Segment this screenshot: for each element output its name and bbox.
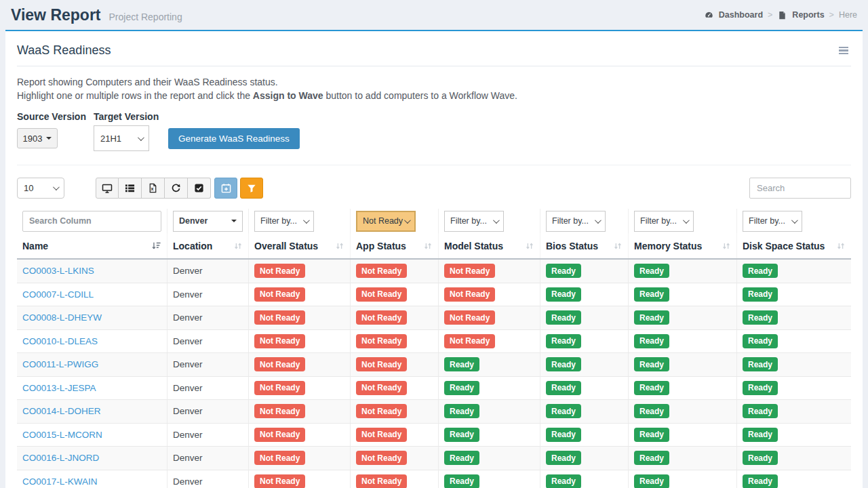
- model-status-badge: Ready: [444, 451, 479, 465]
- panel-menu-icon[interactable]: [836, 44, 851, 58]
- memory-status-badge: Ready: [634, 264, 669, 278]
- dashboard-icon: [704, 10, 714, 20]
- table-row[interactable]: CO0014-L-DOHER Denver Not Ready Not Read…: [17, 400, 851, 424]
- overall-status-filter-select[interactable]: Filter by...: [254, 211, 314, 232]
- table-row[interactable]: CO0010-L-DLEAS Denver Not Ready Not Read…: [17, 330, 851, 354]
- select-all-button[interactable]: [188, 178, 211, 199]
- col-header-disk-space-status[interactable]: Disk Space Status: [737, 233, 851, 258]
- table-row[interactable]: CO0017-L-KWAIN Denver Not Ready Not Read…: [17, 470, 851, 488]
- model-status-badge: Not Ready: [444, 310, 495, 325]
- computer-name-link[interactable]: CO0014-L-DOHER: [22, 406, 101, 416]
- assign-to-wave-button[interactable]: [214, 178, 237, 199]
- sort-icon[interactable]: [525, 241, 534, 251]
- table-body: CO0003-L-LKINS Denver Not Ready Not Read…: [17, 260, 851, 488]
- refresh-icon: [171, 183, 181, 193]
- sort-icon[interactable]: [335, 241, 344, 251]
- source-version-dropdown[interactable]: 1903: [17, 128, 58, 148]
- table-row[interactable]: CO0015-L-MCORN Denver Not Ready Not Read…: [17, 424, 851, 447]
- section-divider: [17, 165, 851, 165]
- col-header-overall-status[interactable]: Overall Status: [249, 233, 351, 258]
- table-toolbar: 10 x: [17, 178, 851, 199]
- chevron-down-icon: [493, 217, 500, 224]
- breadcrumb-dashboard[interactable]: Dashboard: [719, 10, 763, 20]
- table-row[interactable]: CO0013-L-JESPA Denver Not Ready Not Read…: [17, 377, 851, 401]
- excel-export-icon: x: [148, 183, 158, 193]
- display-columns-button[interactable]: [96, 178, 119, 199]
- table-row[interactable]: CO0016-L-JNORD Denver Not Ready Not Read…: [17, 447, 851, 470]
- bios-status-badge: Ready: [546, 474, 581, 488]
- col-header-name[interactable]: Name: [17, 233, 167, 258]
- col-header-app-status[interactable]: App Status: [351, 233, 439, 258]
- app-status-badge: Not Ready: [356, 404, 407, 418]
- computer-name-link[interactable]: CO0003-L-LKINS: [22, 266, 94, 276]
- col-header-memory-status[interactable]: Memory Status: [629, 233, 737, 258]
- computer-name-link[interactable]: CO0017-L-KWAIN: [22, 476, 98, 487]
- disk-space-status-badge: Ready: [743, 310, 778, 325]
- memory-status-badge: Ready: [634, 287, 669, 302]
- panel-title: WaaS Readiness: [17, 43, 111, 58]
- page-title: View Report: [11, 6, 101, 24]
- list-view-button[interactable]: [119, 178, 142, 199]
- disk-space-status-filter-select[interactable]: Filter by...: [743, 211, 802, 232]
- location-filter-select[interactable]: Denver: [173, 211, 243, 232]
- svg-text:x: x: [151, 186, 154, 191]
- location-value: Denver: [173, 406, 203, 416]
- chevron-down-icon: [53, 184, 60, 190]
- table-header-row: Name Location Overall Status App Status …: [17, 233, 851, 260]
- sort-icon[interactable]: [613, 241, 623, 251]
- list-icon: [125, 183, 135, 193]
- computer-name-link[interactable]: CO0015-L-MCORN: [22, 430, 102, 440]
- col-header-location[interactable]: Location: [167, 233, 249, 258]
- bios-status-filter-select[interactable]: Filter by...: [546, 211, 606, 232]
- computer-name-link[interactable]: CO0013-L-JESPA: [22, 383, 96, 393]
- sort-icon[interactable]: [233, 241, 243, 251]
- bios-status-badge: Ready: [546, 334, 581, 348]
- computer-name-link[interactable]: CO0008-L-DHEYW: [22, 312, 102, 323]
- bios-status-badge: Ready: [546, 428, 581, 442]
- refresh-button[interactable]: [165, 178, 188, 199]
- target-version-select[interactable]: 21H1: [94, 125, 149, 151]
- computer-name-link[interactable]: CO0010-L-DLEAS: [22, 336, 98, 346]
- caret-down-icon: [231, 220, 237, 222]
- disk-space-status-badge: Ready: [743, 264, 778, 278]
- breadcrumb-reports[interactable]: Reports: [792, 10, 824, 20]
- top-bar: View Report Project Reporting Dashboard …: [0, 0, 868, 30]
- app-status-filter-select[interactable]: Not Ready: [356, 211, 416, 232]
- table-row[interactable]: CO0008-L-DHEYW Denver Not Ready Not Read…: [17, 306, 851, 330]
- table-row[interactable]: CO0011-L-PWIGG Denver Not Ready Not Read…: [17, 353, 851, 377]
- breadcrumb: Dashboard > Reports > Here: [704, 10, 857, 20]
- overall-status-badge: Not Ready: [254, 404, 305, 418]
- computer-name-link[interactable]: CO0016-L-JNORD: [22, 453, 99, 463]
- disk-space-status-badge: Ready: [743, 334, 778, 348]
- sort-amount-desc-icon[interactable]: [151, 241, 161, 251]
- col-header-model-status[interactable]: Model Status: [439, 233, 540, 258]
- memory-status-badge: Ready: [634, 428, 669, 442]
- table-row[interactable]: CO0007-L-CDILL Denver Not Ready Not Read…: [17, 283, 851, 307]
- bios-status-badge: Ready: [546, 357, 581, 371]
- assign-to-wave-text: Assign to Wave: [253, 90, 323, 101]
- page-size-select[interactable]: 10: [17, 178, 64, 199]
- sort-icon[interactable]: [722, 241, 731, 251]
- sort-icon[interactable]: [836, 241, 846, 251]
- computer-name-link[interactable]: CO0011-L-PWIGG: [22, 359, 98, 369]
- toolbar-button-group: x: [96, 178, 263, 199]
- table-search-input[interactable]: [749, 178, 851, 199]
- name-column-search-input[interactable]: [22, 211, 161, 232]
- export-excel-button[interactable]: x: [142, 178, 165, 199]
- sort-icon[interactable]: [423, 241, 433, 251]
- memory-status-badge: Ready: [634, 381, 669, 395]
- col-header-bios-status[interactable]: Bios Status: [540, 233, 629, 258]
- app-status-badge: Not Ready: [356, 310, 407, 325]
- description-line-2: Highlight one or multiple rows in the re…: [17, 89, 851, 102]
- target-version-label: Target Version: [94, 111, 159, 122]
- location-value: Denver: [173, 312, 203, 323]
- computer-name-link[interactable]: CO0007-L-CDILL: [22, 289, 94, 300]
- chevron-down-icon: [138, 134, 144, 141]
- filter-toggle-button[interactable]: [240, 178, 263, 199]
- model-status-filter-select[interactable]: Filter by...: [444, 211, 504, 232]
- caret-down-icon: [46, 137, 52, 140]
- generate-waas-readiness-button[interactable]: Generate WaaS Readiness: [168, 128, 300, 149]
- model-status-badge: Not Ready: [444, 334, 495, 348]
- table-row[interactable]: CO0003-L-LKINS Denver Not Ready Not Read…: [17, 260, 851, 283]
- memory-status-filter-select[interactable]: Filter by...: [634, 211, 694, 232]
